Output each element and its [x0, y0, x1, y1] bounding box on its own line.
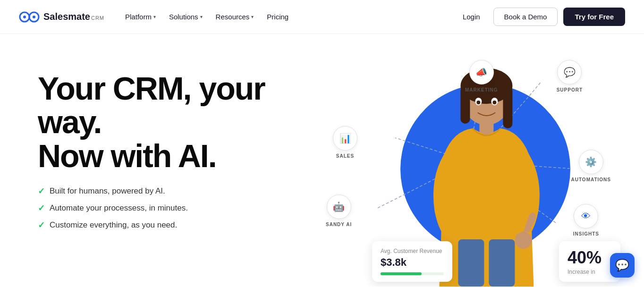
chat-widget[interactable]: 💬 — [610, 253, 635, 278]
hero-content: Your CRM, your way. Now with AI. ✓ Built… — [38, 34, 312, 230]
nav-item-resources: Resources ▾ — [210, 9, 260, 25]
nav-left: SalesmateCRM Platform ▾ Solutions ▾ Reso… — [19, 9, 294, 25]
node-insights: 👁 INSIGHTS — [573, 204, 599, 236]
svg-point-12 — [476, 101, 480, 104]
card-revenue-bar — [381, 272, 444, 275]
hero-features: ✓ Built for humans, powered by AI. ✓ Aut… — [38, 186, 312, 230]
hero-section: Your CRM, your way. Now with AI. ✓ Built… — [0, 34, 644, 287]
nav-link-resources[interactable]: Resources ▾ — [210, 9, 260, 25]
nav-item-platform: Platform ▾ — [119, 9, 161, 25]
logo[interactable]: SalesmateCRM — [19, 10, 104, 24]
feature-item-1: ✓ Built for humans, powered by AI. — [38, 186, 312, 196]
login-button[interactable]: Login — [455, 9, 488, 25]
svg-point-9 — [515, 232, 532, 249]
book-demo-button[interactable]: Book a Demo — [493, 8, 558, 26]
nav-link-platform[interactable]: Platform ▾ — [119, 9, 161, 25]
node-support: 💬 SUPPORT — [557, 60, 583, 93]
logo-wordmark: SalesmateCRM — [43, 11, 104, 22]
card-revenue: Avg. Customer Revenue $3.8k — [372, 241, 452, 282]
node-automations: ⚙️ AUTOMATIONS — [571, 150, 611, 182]
nav-item-solutions: Solutions ▾ — [163, 9, 208, 25]
chevron-down-icon: ▾ — [200, 14, 203, 19]
check-icon: ✓ — [38, 186, 45, 196]
logo-icon — [19, 10, 40, 24]
chevron-down-icon: ▾ — [153, 14, 156, 19]
svg-rect-15 — [489, 239, 515, 287]
card-increase-label: Increase in — [568, 269, 612, 275]
nav-link-pricing[interactable]: Pricing — [261, 9, 294, 25]
nav-right: Login Book a Demo Try for Free — [455, 8, 625, 26]
svg-rect-7 — [503, 86, 512, 128]
hero-title: Your CRM, your way. Now with AI. — [38, 72, 312, 173]
svg-point-13 — [492, 101, 496, 104]
try-free-button[interactable]: Try for Free — [563, 8, 625, 26]
nav-link-solutions[interactable]: Solutions ▾ — [163, 9, 208, 25]
node-sandy-ai: 🤖 SANDY AI — [326, 194, 352, 227]
node-marketing: 📣 MARKETING — [465, 60, 498, 93]
nav-item-pricing: Pricing — [261, 9, 294, 25]
card-increase-value: 40% — [568, 248, 612, 268]
feature-item-3: ✓ Customize everything, as you need. — [38, 220, 312, 230]
feature-item-2: ✓ Automate your processess, in minutes. — [38, 203, 312, 213]
card-revenue-bar-fill — [381, 272, 422, 275]
svg-point-3 — [33, 16, 35, 18]
card-revenue-value: $3.8k — [381, 256, 444, 269]
svg-rect-14 — [458, 239, 484, 287]
card-revenue-label: Avg. Customer Revenue — [381, 248, 444, 254]
node-sales: 📊 SALES — [333, 126, 357, 159]
chat-widget-icon: 💬 — [615, 259, 629, 272]
check-icon: ✓ — [38, 203, 45, 213]
nav-links: Platform ▾ Solutions ▾ Resources ▾ Prici… — [119, 9, 294, 25]
navbar: SalesmateCRM Platform ▾ Solutions ▾ Reso… — [0, 0, 644, 34]
hero-illustration: .connector { stroke: #94a3b8; stroke-wid… — [312, 34, 625, 287]
svg-point-2 — [23, 16, 26, 18]
check-icon: ✓ — [38, 220, 45, 230]
chevron-down-icon: ▾ — [251, 14, 254, 19]
